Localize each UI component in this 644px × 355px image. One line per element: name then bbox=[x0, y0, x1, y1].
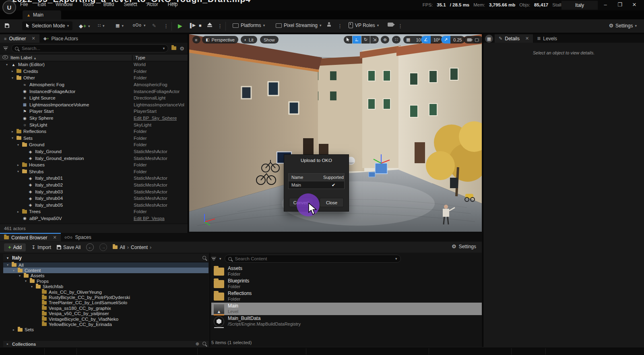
tab-content-browser[interactable]: Content Browser ✕ bbox=[0, 233, 61, 241]
stop-button[interactable]: ■ bbox=[199, 23, 202, 28]
outliner-row[interactable]: ◈Italy_shrub02StaticMeshActor bbox=[0, 182, 188, 189]
tree-item-yellowbicycle_cc_by_erinada[interactable]: YellowBicycle_CC_by_Erinada bbox=[3, 322, 208, 327]
outliner-row[interactable]: ◈Italy_shrub05StaticMeshActor bbox=[0, 201, 188, 208]
tab-main-level[interactable]: ▲ Main bbox=[23, 10, 61, 19]
column-type[interactable]: Type bbox=[135, 55, 145, 60]
collapse-arrow-icon[interactable]: ▾ bbox=[16, 170, 20, 173]
expand-arrow-icon[interactable]: ▸ bbox=[16, 163, 20, 167]
outliner-row[interactable]: ▾ShrubsFolder bbox=[0, 168, 188, 175]
content-item-blueprints[interactable]: BlueprintsFolder bbox=[211, 278, 482, 290]
tree-item-all[interactable]: ▾All bbox=[3, 262, 208, 268]
grid-snap-icon[interactable]: ▦ bbox=[403, 36, 413, 44]
menu-select[interactable]: Select bbox=[124, 2, 137, 8]
selection-mode-dropdown[interactable]: Selection Mode ▾ bbox=[22, 21, 72, 30]
content-browser-settings[interactable]: ⚙ Settings bbox=[452, 243, 476, 249]
content-item-main_builtdata[interactable]: Main_BuiltData/Script/Engine.MapBuildDat… bbox=[211, 315, 482, 328]
outliner-row[interactable]: ▸ReflectionsFolder bbox=[0, 128, 188, 135]
collapse-arrow-icon[interactable]: ▾ bbox=[16, 143, 20, 147]
dock-grid-icon[interactable]: ▦ bbox=[485, 35, 493, 43]
vp-roles-dropdown[interactable]: VP Roles▾ bbox=[349, 22, 379, 28]
platforms-dropdown[interactable]: Platforms▾ bbox=[233, 23, 265, 28]
tree-search-icon[interactable] bbox=[202, 255, 206, 261]
tree-item-vintagebicycle_cc_by_vladneko[interactable]: VintageBicycle_CC_by_VladNeko bbox=[3, 316, 208, 322]
outliner-row[interactable]: ◉aBP_Vespa50VEdit BP_Vespa bbox=[0, 215, 188, 222]
rotate-tool-button[interactable]: ↻ bbox=[361, 36, 370, 44]
menu-file[interactable]: File bbox=[20, 2, 28, 8]
expand-arrow-icon[interactable]: ▸ bbox=[10, 130, 14, 133]
outliner-row[interactable]: ◈Italy_shrub04StaticMeshActor bbox=[0, 195, 188, 202]
search-options-icon[interactable]: ▾ bbox=[163, 46, 165, 50]
content-item-assets[interactable]: AssetsFolder bbox=[211, 265, 482, 278]
content-item-main[interactable]: ▲MainLevel bbox=[211, 303, 482, 315]
source-header[interactable]: ▾ Italy bbox=[3, 254, 208, 262]
maximize-viewport-icon[interactable]: ▢ bbox=[473, 36, 481, 44]
blueprints-dropdown[interactable]: ∷▾ bbox=[98, 23, 105, 28]
content-filter-chevron-icon[interactable]: ▾ bbox=[219, 257, 221, 261]
menu-build[interactable]: Build bbox=[103, 2, 114, 8]
add-collection-icon[interactable]: ⊕ bbox=[196, 341, 199, 347]
outliner-row[interactable]: ▾▲Main (Editor)World bbox=[0, 61, 188, 68]
close-content-browser-icon[interactable]: ✕ bbox=[53, 235, 56, 240]
skip-button[interactable]: ▐▶ bbox=[188, 23, 196, 28]
scale-snap-control[interactable]: ↗ 0.25 bbox=[441, 36, 465, 44]
collapse-arrow-icon[interactable]: ▾ bbox=[10, 76, 14, 80]
outliner-search-box[interactable]: ▾ bbox=[11, 44, 168, 52]
scale-snap-icon[interactable]: ↗ bbox=[441, 36, 450, 44]
tab-details[interactable]: ✎ Details ✕ bbox=[495, 34, 533, 43]
close-details-icon[interactable]: ✕ bbox=[525, 36, 529, 41]
rotation-snap-icon[interactable]: ∠ bbox=[421, 36, 431, 44]
level-viewport[interactable]: ≡ ◧ Perspective ◐ Lit Show ↔↔ ↻ ⇲ ⊕ ∷ ▦ … bbox=[189, 34, 482, 232]
outliner-row[interactable]: ⚑Player StartPlayerStart bbox=[0, 108, 188, 115]
menu-actor[interactable]: Actor bbox=[147, 2, 158, 8]
content-item-reflections[interactable]: ReflectionsFolder bbox=[211, 290, 482, 303]
tree-item-props[interactable]: ▾Props bbox=[3, 278, 208, 284]
close-dialog-button[interactable]: Close bbox=[320, 198, 344, 207]
expand-arrow-icon[interactable]: ▸ bbox=[12, 328, 16, 332]
collapse-arrow-icon[interactable]: ▾ bbox=[30, 285, 34, 289]
breadcrumb-content[interactable]: Content bbox=[131, 245, 148, 250]
collapse-arrow-icon[interactable]: ▾ bbox=[5, 63, 9, 66]
outliner-row[interactable]: ☼SkyLightSkyLight bbox=[0, 121, 188, 128]
menu-edit[interactable]: Edit bbox=[37, 2, 46, 8]
outliner-row[interactable]: ▾OtherFolder bbox=[0, 75, 188, 81]
column-item-label[interactable]: Item Label ▲ bbox=[10, 55, 37, 60]
eject-button[interactable] bbox=[207, 23, 212, 25]
content-filter-icon[interactable] bbox=[211, 256, 216, 262]
tab-outliner[interactable]: ≡ Outliner ✕ bbox=[0, 34, 39, 43]
tree-item-vespa_v50_cc_by_yailjinser[interactable]: Vespa_v50_CC_by_yailjinser bbox=[3, 311, 208, 316]
tree-item-treeplanter_cc_by_lordsamuelisolo[interactable]: TreePlanter_CC_by_LordSamueliSolo bbox=[3, 300, 208, 305]
dialog-row-main[interactable]: Main ✔ bbox=[289, 181, 344, 189]
multi-user-icon[interactable] bbox=[327, 22, 331, 27]
outliner-row[interactable]: ◈Italy_shrub01StaticMeshActor bbox=[0, 175, 188, 182]
new-folder-icon[interactable] bbox=[171, 46, 176, 51]
outliner-row[interactable]: ▸HousesFolder bbox=[0, 162, 188, 168]
edit-blueprint-link[interactable]: Edit BP_Sky_Sphere bbox=[134, 116, 177, 120]
minimize-button[interactable]: – bbox=[602, 2, 609, 8]
scale-tool-button[interactable]: ⇲ bbox=[370, 36, 379, 44]
forward-icon[interactable]: → bbox=[99, 243, 107, 251]
outliner-row[interactable]: ◈Italy_shrub03StaticMeshActor bbox=[0, 188, 188, 195]
outliner-row[interactable]: ▸CreditsFolder bbox=[0, 68, 188, 75]
move-tool-button[interactable]: ↔↔ bbox=[353, 36, 361, 44]
rotation-snap-control[interactable]: ∠ 10° bbox=[421, 36, 443, 44]
collapse-arrow-icon[interactable]: ▾ bbox=[24, 279, 28, 283]
play-button[interactable]: ▶ bbox=[178, 23, 182, 29]
editor-settings-dropdown[interactable]: ⚙ Settings▾ bbox=[609, 23, 637, 29]
menu-window[interactable]: Window bbox=[56, 2, 73, 8]
outliner-row[interactable]: ◈Italy_Ground_extensionStaticMeshActor bbox=[0, 155, 188, 162]
select-tool-button[interactable] bbox=[344, 36, 352, 44]
tree-item-assets[interactable]: ▾Assets bbox=[3, 273, 208, 278]
outliner-row[interactable]: ◉Sky SphereEdit BP_Sky_Sphere bbox=[0, 115, 188, 122]
scale-snap-value[interactable]: 0.25 bbox=[450, 36, 464, 44]
menu-help[interactable]: Help bbox=[168, 2, 178, 8]
filter-icon[interactable] bbox=[3, 46, 8, 51]
show-dropdown[interactable]: Show bbox=[260, 36, 279, 44]
outliner-row[interactable]: ◉InstancedFoliageActorInstancedFoliageAc… bbox=[0, 88, 188, 95]
toolbar-overflow-icon[interactable]: ⋮ bbox=[163, 23, 169, 29]
outliner-search-input[interactable] bbox=[21, 46, 161, 51]
collections-bar[interactable]: ▸ Collections ⊕ bbox=[3, 341, 208, 347]
tree-item-vespa_ss180_cc_by_graphix[interactable]: Vespa_ss180_CC_by_graphix bbox=[3, 305, 208, 311]
add-actor-dropdown[interactable]: ◆+▾ bbox=[79, 23, 90, 29]
breadcrumb-all[interactable]: All bbox=[120, 245, 125, 250]
collapse-arrow-icon[interactable]: ▾ bbox=[18, 274, 22, 278]
